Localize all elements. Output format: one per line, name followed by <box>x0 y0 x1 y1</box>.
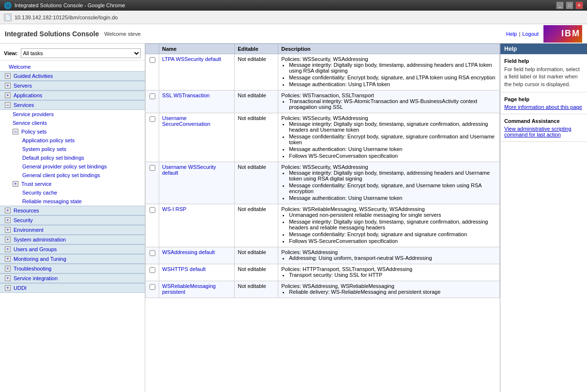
sidebar-item-policy-sets[interactable]: – Policy sets <box>10 127 145 136</box>
bullet-item: Message confidentiality: Encrypt body, s… <box>289 75 497 80</box>
resources-label: Resources <box>14 208 39 213</box>
bullet-list: Message integrity: Digitally sign body, … <box>281 62 497 87</box>
editable-cell: Not editable <box>235 264 278 281</box>
sidebar-item-system-admin[interactable]: + System administration <box>0 235 145 244</box>
sidebar-item-users-groups[interactable]: + Users and Groups <box>0 244 145 254</box>
sidebar-item-service-integration[interactable]: + Service integration <box>0 273 145 283</box>
address-text: 10.139.142.182:10125/ibm/console/login.d… <box>15 15 118 20</box>
editable-cell: Not editable <box>235 281 278 298</box>
environment-label: Environment <box>14 227 44 233</box>
row-checkbox[interactable] <box>150 165 155 171</box>
editable-cell: Not editable <box>235 162 278 204</box>
description-cell: Policies: WSAddressing, WSReliableMessag… <box>278 281 500 298</box>
page-icon: 📄 <box>4 14 12 21</box>
sidebar-applications-label: Applications <box>14 92 42 98</box>
sidebar-item-services[interactable]: – Services <box>0 100 145 110</box>
policy-name-link[interactable]: SSL WSTransaction <box>162 92 210 98</box>
description-cell: Policies: HTTPTransport, SSLTransport, W… <box>278 264 500 281</box>
sidebar-item-monitoring[interactable]: + Monitoring and Tuning <box>0 254 145 264</box>
close-button[interactable]: ✕ <box>575 1 583 9</box>
content-area: Name Editable Description LTPA WSSecurit… <box>145 44 500 392</box>
ibm-label: IBM <box>561 29 580 39</box>
policy-name-link[interactable]: LTPA WSSecurity default <box>162 56 221 62</box>
command-link[interactable]: View administrative scripting command fo… <box>504 126 572 137</box>
policy-name-link[interactable]: WSAddressing default <box>162 249 215 255</box>
col-checkbox <box>146 44 159 54</box>
policy-text: Policies: WSReliableMessaging, WSSecurit… <box>281 206 497 212</box>
table-row: Username WSSecurity defaultNot editableP… <box>146 162 500 204</box>
bullet-item: Message integrity: Digitally sign body, … <box>289 170 497 181</box>
sidebar-item-sys-policy[interactable]: System policy sets <box>21 145 145 153</box>
view-label: View: <box>4 50 18 56</box>
sidebar-item-uddi[interactable]: + UDDI <box>0 283 145 293</box>
sidebar-item-servers[interactable]: + Servers <box>0 81 145 90</box>
trust-subnav: Security cache Reliable messaging state <box>10 188 145 206</box>
sidebar-guided-label: Guided Activities <box>14 73 53 79</box>
uddi-label: UDDI <box>14 285 27 291</box>
row-checkbox[interactable] <box>150 57 155 63</box>
page-help-section: Page help More information about this pa… <box>500 92 587 114</box>
expand-icon: + <box>5 83 11 89</box>
minimize-button[interactable]: _ <box>556 1 564 9</box>
services-subnav: Service providers Service clients – Poli… <box>0 110 145 206</box>
bullet-list: Message integrity: Digitally sign body, … <box>281 170 497 201</box>
sidebar-item-service-clients[interactable]: Service clients <box>10 119 145 127</box>
sidebar-item-reliable-msg[interactable]: Reliable messaging state <box>21 197 145 206</box>
col-editable: Editable <box>235 44 278 54</box>
sidebar-item-trust-service[interactable]: + Trust service <box>10 180 145 188</box>
bullet-item: Reliable delivery: WS-ReliableMessaging … <box>289 289 497 295</box>
row-checkbox[interactable] <box>150 250 155 256</box>
policy-text: Policies: HTTPTransport, SSLTransport, W… <box>281 266 497 272</box>
sidebar-item-resources[interactable]: + Resources <box>0 206 145 215</box>
sidebar-item-gen-client[interactable]: General client policy set bindings <box>21 171 145 180</box>
policy-name-link[interactable]: WSReliableMessaging persistent <box>162 283 216 295</box>
policy-name-link[interactable]: Username SecureConversation <box>162 115 211 127</box>
sidebar-servers-label: Servers <box>14 83 32 89</box>
row-checkbox[interactable] <box>150 267 155 273</box>
sidebar-item-app-policy[interactable]: Application policy sets <box>21 136 145 145</box>
bullet-item: Transactional integrity: WS-AtomicTransa… <box>289 98 497 110</box>
maximize-button[interactable]: □ <box>566 1 573 9</box>
window-controls[interactable]: _ □ ✕ <box>556 1 583 9</box>
logout-link[interactable]: Logout <box>522 31 539 37</box>
expand-icon: + <box>5 256 11 262</box>
expand-icon: – <box>5 102 11 108</box>
row-checkbox[interactable] <box>150 284 155 290</box>
sidebar-item-service-providers[interactable]: Service providers <box>10 110 145 119</box>
security-cache-label: Security cache <box>22 190 57 196</box>
sidebar-item-troubleshooting[interactable]: + Troubleshooting <box>0 264 145 273</box>
welcome-text: Welcome steve <box>103 31 140 37</box>
row-checkbox[interactable] <box>150 207 155 213</box>
view-select[interactable]: All tasks <box>21 48 141 58</box>
expand-icon: + <box>5 73 11 79</box>
description-cell: Policies: WSAddressingAddressing: Using … <box>278 247 500 264</box>
main-layout: View: All tasks Welcome + Guided Activit… <box>0 44 587 392</box>
page-help-link[interactable]: More information about this page <box>504 104 582 110</box>
sidebar-item-default-policy[interactable]: Default policy set bindings <box>21 153 145 162</box>
app-policy-label: Application policy sets <box>22 137 75 143</box>
row-checkbox[interactable] <box>150 116 155 122</box>
sidebar-item-welcome[interactable]: Welcome <box>0 62 145 71</box>
help-link[interactable]: Help <box>506 31 517 37</box>
sidebar-item-guided[interactable]: + Guided Activities <box>0 71 145 81</box>
sidebar-item-security-cache[interactable]: Security cache <box>21 188 145 197</box>
bullet-item: Message confidentiality: Encrypt body, s… <box>289 182 497 194</box>
row-checkbox[interactable] <box>150 93 155 99</box>
trust-service-label: Trust service <box>21 181 52 187</box>
sidebar: View: All tasks Welcome + Guided Activit… <box>0 44 145 392</box>
sidebar-item-security[interactable]: + Security <box>0 215 145 225</box>
sidebar-item-environment[interactable]: + Environment <box>0 225 145 235</box>
description-cell: Policies: WSSecurity, WSAddressingMessag… <box>278 113 500 162</box>
policy-name-link[interactable]: WSHTTPS default <box>162 266 206 272</box>
sidebar-item-applications[interactable]: + Applications <box>0 90 145 100</box>
sidebar-item-gen-provider[interactable]: General provider policy set bindings <box>21 162 145 171</box>
expand-icon: + <box>5 275 11 281</box>
expand-icon: + <box>5 246 11 252</box>
col-name: Name <box>159 44 235 54</box>
policy-name-link[interactable]: Username WSSecurity default <box>162 164 216 176</box>
policy-name-link[interactable]: WS-I RSP <box>162 206 186 212</box>
titlebar: 🌐 Integrated Solutions Console - Google … <box>0 0 587 11</box>
table-row: WS-I RSPNot editablePolicies: WSReliable… <box>146 204 500 247</box>
table-row: SSL WSTransactionNot editablePolicies: W… <box>146 90 500 113</box>
bullet-item: Message authentication: Using LTPA token <box>289 81 497 87</box>
